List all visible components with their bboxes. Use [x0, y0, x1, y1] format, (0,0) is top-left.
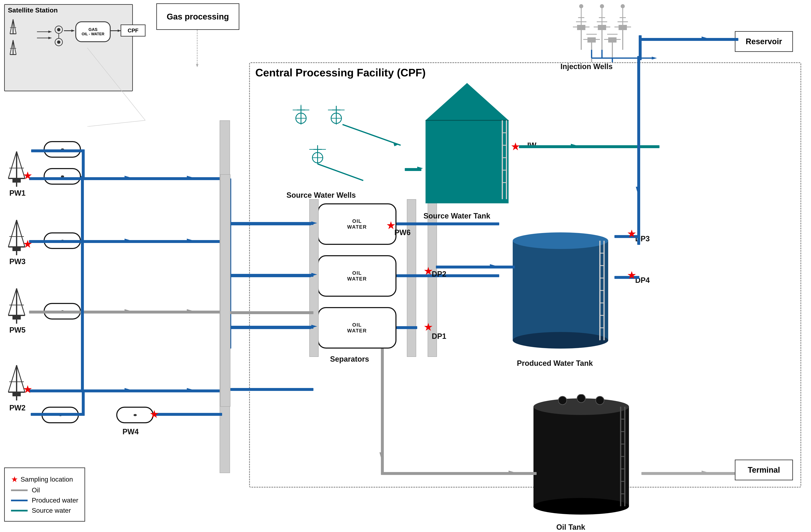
pw3-star: ★ — [23, 239, 33, 249]
injection-arrow-down — [634, 187, 641, 193]
pw5-label: PW1 — [9, 189, 26, 198]
pw1-label: PW5 — [9, 326, 26, 334]
svg-marker-57 — [124, 239, 131, 242]
pw4-pipe — [154, 413, 222, 416]
svg-marker-147 — [652, 57, 657, 60]
left-v-pipe-blue — [81, 176, 84, 392]
source-arrow — [417, 165, 424, 171]
svg-line-29 — [8, 152, 17, 178]
svg-rect-129 — [618, 25, 627, 30]
pw1-arrow2 — [187, 308, 193, 314]
legend-oil-line — [11, 489, 28, 491]
injection-v-pipe — [637, 56, 640, 236]
separators-label: Separators — [330, 355, 369, 363]
produced-water-tank-svg — [508, 228, 612, 353]
pw5-arrow1 — [124, 174, 131, 181]
source-water-tank-label: Source Water Tank — [424, 212, 490, 220]
cpf-small-label: CPF — [128, 27, 138, 34]
dp1-label: DP1 — [432, 332, 446, 341]
svg-line-8 — [13, 40, 16, 54]
pw5-star: ★ — [23, 170, 33, 181]
svg-line-2 — [10, 19, 13, 34]
svg-line-50 — [8, 365, 17, 392]
gas-proc-arrow-svg — [195, 30, 199, 72]
pw2-star: ★ — [23, 384, 33, 395]
svg-point-65 — [513, 332, 608, 348]
svg-marker-61 — [124, 388, 131, 391]
injection-wells-svg — [561, 4, 664, 62]
svg-rect-63 — [513, 241, 608, 340]
satellite-gear-svg — [52, 24, 65, 48]
cpf-title: Central Processing Facility (CPF) — [255, 66, 426, 79]
separator-3: OIL WATER — [318, 307, 397, 348]
pw3-arrow1 — [124, 237, 131, 244]
svg-line-44 — [17, 288, 25, 315]
terminal-box: Terminal — [735, 459, 793, 480]
pw-tank-in-pipe — [436, 266, 515, 268]
pw3-label: PW3 — [9, 257, 26, 266]
legend-sw-line — [11, 510, 28, 512]
pw4-v-pipe — [82, 390, 85, 415]
svg-point-134 — [621, 4, 625, 8]
svg-marker-171 — [490, 264, 496, 267]
svg-point-152 — [596, 396, 604, 405]
svg-line-111 — [318, 164, 363, 181]
dp2-star: ★ — [424, 266, 433, 276]
legend-sampling: ★ Sampling location — [11, 475, 78, 484]
reservoir-label: Reservoir — [746, 37, 782, 46]
right-to-tank-pipe1 — [416, 222, 499, 225]
svg-marker-13 — [48, 37, 51, 39]
svg-marker-164 — [380, 452, 383, 458]
svg-marker-20 — [72, 30, 74, 32]
svg-rect-149 — [534, 407, 629, 506]
oil-tank-label: Oil Tank — [556, 523, 585, 532]
sep3-line1: OIL — [352, 322, 362, 328]
svg-point-17 — [57, 41, 60, 44]
pw6-star: ★ — [386, 220, 396, 231]
legend-sw-label: Source water — [32, 507, 71, 514]
source-water-tank-svg — [415, 79, 519, 207]
svg-marker-24 — [196, 64, 198, 67]
main-left-manifold — [220, 174, 230, 407]
injection-wells-label: Injection Wells — [561, 62, 613, 71]
pw4-label: PW4 — [122, 427, 139, 436]
svg-marker-113 — [417, 167, 423, 170]
source-wells-label: Source Water Wells — [287, 191, 356, 200]
sat-sep-line2: OIL - WATER — [81, 32, 104, 36]
svg-point-153 — [577, 394, 585, 403]
svg-line-26 — [87, 120, 145, 127]
source-wells-svg — [280, 104, 405, 187]
satellite-station-title: Satellite Station — [8, 6, 58, 14]
svg-marker-167 — [702, 36, 707, 40]
produced-water-tank-label: Produced Water Tank — [517, 359, 593, 368]
expansion-lines-svg — [87, 48, 150, 127]
svg-marker-60 — [187, 309, 193, 312]
dp1-star: ★ — [424, 322, 433, 332]
separator-2: OIL WATER — [318, 255, 397, 297]
pw2-label: PW2 — [9, 404, 26, 412]
upper-sep-pipe — [31, 150, 83, 152]
legend-sampling-label: Sampling location — [20, 475, 73, 483]
svg-marker-166 — [702, 471, 707, 474]
terminal-arrow — [702, 469, 708, 475]
svg-marker-148 — [636, 187, 639, 192]
pw1-well-svg — [4, 286, 29, 324]
svg-marker-55 — [124, 176, 131, 179]
small-sep-pw5-lower: ⬬ — [44, 168, 81, 185]
diagram-container: Satellite Station — [0, 0, 811, 532]
sat-sep-line1: GAS — [89, 27, 97, 32]
svg-point-15 — [57, 28, 60, 31]
iw-star: ★ — [511, 141, 520, 152]
svg-rect-115 — [577, 25, 585, 30]
upper-v-pipe — [82, 150, 85, 178]
svg-marker-62 — [187, 388, 193, 391]
svg-marker-22 — [118, 30, 121, 32]
satellite-pipe1-svg — [64, 29, 76, 33]
svg-marker-84 — [571, 144, 577, 147]
svg-line-110 — [342, 125, 401, 145]
source-to-iw-pipe — [519, 145, 643, 148]
legend-oil: Oil — [11, 486, 78, 494]
svg-rect-53 — [13, 392, 21, 396]
svg-point-151 — [558, 396, 567, 405]
terminal-label: Terminal — [748, 466, 780, 474]
